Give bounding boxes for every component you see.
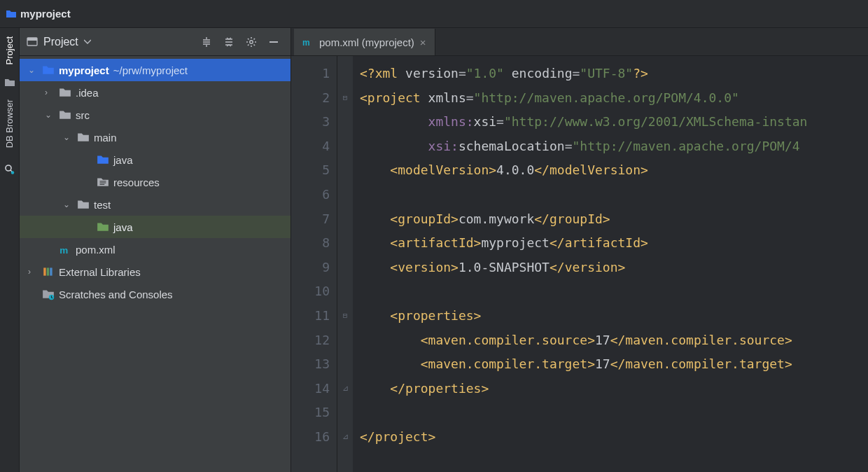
tree-extra-path: ~/prw/myproject bbox=[113, 64, 188, 76]
code-editor[interactable]: <?xml version="1.0" encoding="UTF-8"?><p… bbox=[353, 56, 868, 472]
token-ang: > bbox=[785, 356, 792, 371]
left-tool-strip: Project DB Browser bbox=[0, 28, 20, 472]
line-number[interactable]: 8 bbox=[291, 231, 330, 256]
breadcrumb-project[interactable]: myproject bbox=[20, 8, 71, 20]
code-line[interactable]: <maven.compiler.target>17</maven.compile… bbox=[360, 352, 868, 377]
expand-all-button[interactable] bbox=[219, 32, 239, 52]
svg-rect-21 bbox=[50, 268, 52, 275]
line-number[interactable]: 9 bbox=[291, 256, 330, 280]
chevron-down-icon[interactable]: ⌄ bbox=[63, 132, 73, 142]
svg-line-10 bbox=[248, 39, 249, 40]
token-ns: xsi: bbox=[428, 139, 458, 153]
fold-close-icon[interactable]: ⊿ bbox=[337, 377, 353, 401]
line-number[interactable]: 4 bbox=[291, 134, 330, 159]
line-number[interactable]: 12 bbox=[291, 328, 330, 353]
line-number[interactable]: 1 bbox=[291, 62, 330, 86]
fold-spacer bbox=[337, 158, 353, 183]
code-line[interactable] bbox=[360, 279, 868, 304]
close-icon[interactable]: × bbox=[420, 36, 426, 48]
folder-blue-icon bbox=[6, 8, 17, 20]
fold-spacer bbox=[337, 328, 353, 353]
chevron-down-icon[interactable]: ⌄ bbox=[63, 200, 73, 209]
chevron-down-icon[interactable]: ⌄ bbox=[45, 110, 55, 120]
editor-tab[interactable]: m pom.xml (myproject) × bbox=[294, 29, 435, 55]
project-tree[interactable]: ⌄myproject ~/prw/myproject›.idea⌄src⌄mai… bbox=[20, 56, 290, 472]
tree-row-src[interactable]: ⌄src bbox=[20, 104, 290, 126]
tree-row-main[interactable]: ⌄main bbox=[20, 126, 290, 148]
token-ang: < bbox=[360, 90, 368, 105]
line-number[interactable]: 7 bbox=[291, 207, 330, 232]
tree-row-scratches-and-consoles[interactable]: Scratches and Consoles bbox=[20, 283, 290, 305]
token-ang: </ bbox=[534, 211, 550, 226]
line-number[interactable]: 11 bbox=[291, 304, 330, 328]
chevron-right-icon[interactable]: › bbox=[28, 267, 38, 277]
toolstrip-project[interactable]: Project bbox=[4, 34, 15, 67]
fold-open-icon[interactable]: ⊟ bbox=[337, 304, 353, 328]
tree-row-java[interactable]: java bbox=[20, 148, 290, 171]
tree-row-myproject[interactable]: ⌄myproject ~/prw/myproject bbox=[20, 59, 290, 81]
code-line[interactable]: </project> bbox=[360, 425, 868, 450]
chevron-right-icon[interactable]: › bbox=[45, 88, 55, 97]
gutter[interactable]: 12345678910111213141516 bbox=[291, 56, 337, 472]
token-str: "UTF-8" bbox=[580, 66, 633, 81]
token-ang: </ bbox=[550, 235, 565, 250]
settings-button[interactable] bbox=[241, 32, 261, 52]
fold-close-icon[interactable]: ⊿ bbox=[337, 425, 353, 450]
code-line[interactable]: <project xmlns="http://maven.apache.org/… bbox=[360, 86, 868, 111]
code-line[interactable]: <properties> bbox=[360, 304, 868, 328]
fold-open-icon[interactable]: ⊟ bbox=[337, 86, 353, 111]
token-txt bbox=[360, 356, 421, 371]
code-line[interactable]: <version>1.0-SNAPSHOT</version> bbox=[360, 256, 868, 280]
token-txt: 17 bbox=[595, 333, 610, 347]
tree-label: java bbox=[113, 221, 133, 233]
tree-row-external-libraries[interactable]: ›External Libraries bbox=[20, 261, 290, 283]
code-area[interactable]: 12345678910111213141516 ⊟⊟⊿⊿ <?xml versi… bbox=[291, 56, 868, 472]
search-db-icon[interactable] bbox=[4, 164, 15, 175]
svg-line-13 bbox=[254, 39, 255, 40]
hide-button[interactable] bbox=[264, 32, 284, 52]
line-number[interactable]: 2 bbox=[291, 86, 330, 111]
code-line[interactable]: <maven.compiler.source>17</maven.compile… bbox=[360, 328, 868, 353]
svg-line-12 bbox=[248, 44, 249, 46]
svg-text:m: m bbox=[59, 245, 68, 256]
code-line[interactable]: <?xml version="1.0" encoding="UTF-8"?> bbox=[360, 62, 868, 86]
token-attr: encoding bbox=[512, 66, 573, 81]
code-line[interactable]: xsi:schemaLocation="http://maven.apache.… bbox=[360, 134, 868, 159]
project-header-title[interactable]: Project bbox=[43, 36, 78, 48]
line-number[interactable]: 15 bbox=[291, 401, 330, 425]
chevron-down-icon[interactable]: ⌄ bbox=[28, 65, 38, 75]
code-line[interactable]: </properties> bbox=[360, 377, 868, 401]
line-number[interactable]: 6 bbox=[291, 183, 330, 207]
code-line[interactable]: <modelVersion>4.0.0</modelVersion> bbox=[360, 158, 868, 183]
folder-icon[interactable] bbox=[4, 77, 15, 88]
fold-column[interactable]: ⊟⊟⊿⊿ bbox=[337, 56, 353, 472]
token-str: "http://maven.apache.org/POM/4.0.0" bbox=[474, 90, 739, 105]
tree-row-test[interactable]: ⌄test bbox=[20, 193, 290, 216]
line-number[interactable]: 3 bbox=[291, 110, 330, 134]
code-line[interactable]: <artifactId>myproject</artifactId> bbox=[360, 231, 868, 256]
token-tag: maven.compiler.target bbox=[428, 356, 588, 371]
code-line[interactable] bbox=[360, 183, 868, 207]
line-number[interactable]: 5 bbox=[291, 158, 330, 183]
token-txt: 4.0.0 bbox=[496, 162, 534, 177]
svg-text:m: m bbox=[302, 38, 310, 48]
chevron-down-icon[interactable] bbox=[84, 39, 91, 46]
line-number[interactable]: 13 bbox=[291, 352, 330, 377]
tree-row-resources[interactable]: resources bbox=[20, 171, 290, 193]
toolstrip-db-browser[interactable]: DB Browser bbox=[4, 97, 15, 151]
line-number[interactable]: 14 bbox=[291, 377, 330, 401]
tree-row-pom-xml[interactable]: mpom.xml bbox=[20, 238, 290, 261]
line-number[interactable]: 16 bbox=[291, 425, 330, 450]
token-ns: xmlns: bbox=[428, 114, 474, 129]
tree-label: main bbox=[94, 132, 117, 144]
code-line[interactable]: <groupId>com.mywork</groupId> bbox=[360, 207, 868, 232]
token-tag: project bbox=[375, 429, 428, 444]
code-line[interactable]: xmlns:xsi="http://www.w3.org/2001/XMLSch… bbox=[360, 110, 868, 134]
tree-label: .idea bbox=[76, 87, 99, 99]
select-opened-file-button[interactable] bbox=[197, 32, 216, 52]
token-attr: schemaLocation bbox=[458, 139, 565, 153]
code-line[interactable] bbox=[360, 401, 868, 425]
line-number[interactable]: 10 bbox=[291, 279, 330, 304]
tree-row--idea[interactable]: ›.idea bbox=[20, 81, 290, 104]
tree-row-java[interactable]: java bbox=[20, 216, 290, 238]
